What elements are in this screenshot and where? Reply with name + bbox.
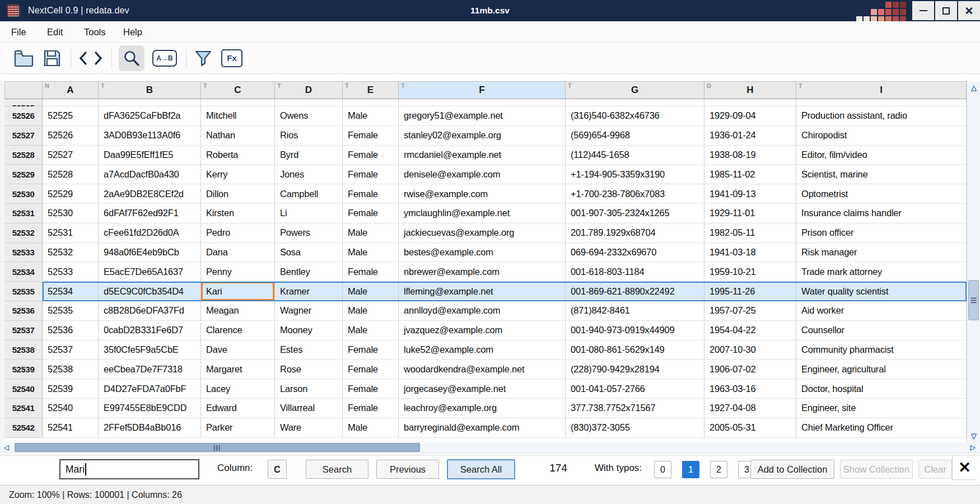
cell-H52536[interactable]: 1957-07-25 xyxy=(704,301,796,321)
cell-A52531[interactable]: 52530 xyxy=(43,204,99,223)
cell-G52533[interactable]: 069-694-2332x69670 xyxy=(566,243,704,263)
cell-E52531[interactable]: Female xyxy=(343,204,399,223)
cell-I52535[interactable]: Water quality scientist xyxy=(796,282,967,301)
cell-G52529[interactable]: +1-194-905-3359x3190 xyxy=(566,165,704,184)
cell-F52530[interactable]: rwise@example.com xyxy=(399,184,566,204)
clear-button[interactable]: Clear xyxy=(918,460,952,479)
cell-E52538[interactable]: Female xyxy=(343,340,399,360)
cell-partial[interactable] xyxy=(275,99,343,106)
cell-E52541[interactable]: Female xyxy=(343,399,399,418)
cell-I52539[interactable]: Engineer, agricultural xyxy=(796,360,967,379)
search-input[interactable]: Mari xyxy=(59,459,199,479)
cell-E52534[interactable]: Female xyxy=(343,262,399,282)
cell-G52539[interactable]: (228)790-9429x28194 xyxy=(566,360,704,379)
cell-D52538[interactable]: Estes xyxy=(275,340,343,360)
cell-B52530[interactable]: 2aAe9DB2E8CEf2d xyxy=(99,184,201,204)
cell-partial[interactable] xyxy=(99,99,201,106)
cell-C52528[interactable]: Roberta xyxy=(201,146,275,165)
cell-D52540[interactable]: Larson xyxy=(275,379,343,399)
cell-I52528[interactable]: Editor, film/video xyxy=(796,146,967,165)
cell-D52533[interactable]: Sosa xyxy=(275,243,343,263)
cell-B52540[interactable]: D4D27eFDA7a0FbF xyxy=(99,379,201,399)
cell-A52534[interactable]: 52533 xyxy=(43,262,99,282)
cell-G52536[interactable]: (871)842-8461 xyxy=(566,301,704,321)
cell-D52539[interactable]: Rose xyxy=(275,360,343,379)
cell-G52526[interactable]: (316)540-6382x46736 xyxy=(566,106,704,126)
cell-B52542[interactable]: 2FFef5DB4aBb016 xyxy=(99,418,201,438)
cell-I52542[interactable]: Chief Marketing Officer xyxy=(796,418,967,438)
cell-F52531[interactable]: ymclaughlin@example.net xyxy=(399,204,566,223)
cell-B52531[interactable]: 6dFAf7F62ed92F1 xyxy=(99,204,201,223)
scroll-left-icon[interactable]: ◁ xyxy=(4,442,9,453)
cell-F52529[interactable]: denisele@example.com xyxy=(399,165,566,184)
cell-I52537[interactable]: Counsellor xyxy=(796,321,967,340)
cell-H52531[interactable]: 1929-11-01 xyxy=(704,204,796,223)
cell-A52527[interactable]: 52526 xyxy=(43,126,99,146)
cell-G52531[interactable]: 001-907-305-2324x1265 xyxy=(566,204,704,223)
add-to-collection-button[interactable]: Add to Collection xyxy=(750,460,834,479)
cell-H52527[interactable]: 1936-01-24 xyxy=(704,126,796,146)
cell-partial[interactable] xyxy=(399,99,566,106)
column-header-A[interactable]: NA xyxy=(43,81,99,99)
cell-A52528[interactable]: 52527 xyxy=(43,146,99,165)
row-number[interactable]: 52541 xyxy=(4,399,43,418)
vertical-scrollbar-thumb[interactable]: ☰ xyxy=(968,280,979,320)
cell-partial[interactable] xyxy=(796,99,967,106)
cell-H52542[interactable]: 2005-05-31 xyxy=(704,418,796,438)
maximize-button[interactable] xyxy=(935,1,957,20)
cell-A52529[interactable]: 52528 xyxy=(43,165,99,184)
column-header-E[interactable]: TE xyxy=(343,81,399,99)
cell-D52541[interactable]: Villarreal xyxy=(275,399,343,418)
cell-H52538[interactable]: 2007-10-30 xyxy=(704,340,796,360)
cell-E52528[interactable]: Female xyxy=(343,146,399,165)
cell-B52533[interactable]: 948a0f6E4eb9bCb xyxy=(99,243,201,263)
cell-H52533[interactable]: 1941-03-18 xyxy=(704,243,796,263)
row-number[interactable]: 52539 xyxy=(4,360,43,379)
cell-C52540[interactable]: Lacey xyxy=(201,379,275,399)
row-number[interactable]: 52530 xyxy=(4,184,43,204)
cell-F52538[interactable]: luke52@example.com xyxy=(399,340,566,360)
cell-D52526[interactable]: Owens xyxy=(275,106,343,126)
row-number[interactable]: 52532 xyxy=(4,223,43,243)
cell-I52531[interactable]: Insurance claims handler xyxy=(796,204,967,223)
column-header-D[interactable]: TD xyxy=(275,81,343,99)
column-header-H[interactable]: DH xyxy=(704,81,796,99)
cell-G52532[interactable]: 201.789.1929x68704 xyxy=(566,223,704,243)
corner-cell[interactable] xyxy=(4,81,43,99)
row-number[interactable]: 52538 xyxy=(4,340,43,360)
menu-help[interactable]: Help xyxy=(120,21,146,43)
cell-D52530[interactable]: Campbell xyxy=(275,184,343,204)
cell-E52536[interactable]: Male xyxy=(343,301,399,321)
cell-partial[interactable] xyxy=(566,99,704,106)
cell-A52539[interactable]: 52538 xyxy=(43,360,99,379)
cell-C52529[interactable]: Kerry xyxy=(201,165,275,184)
row-number[interactable]: 52533 xyxy=(4,243,43,263)
cell-G52538[interactable]: 001-080-861-5629x149 xyxy=(566,340,704,360)
cell-C52541[interactable]: Edward xyxy=(201,399,275,418)
cell-B52537[interactable]: 0cabD2B331Fe6D7 xyxy=(99,321,201,340)
cell-B52536[interactable]: c8B28D6eDFA37Fd xyxy=(99,301,201,321)
column-select-button[interactable]: C xyxy=(268,460,287,479)
column-header-C[interactable]: TC xyxy=(201,81,275,99)
cell-H52541[interactable]: 1927-04-08 xyxy=(704,399,796,418)
cell-E52535[interactable]: Male xyxy=(343,282,399,301)
cell-D52534[interactable]: Bentley xyxy=(275,262,343,282)
cell-H52528[interactable]: 1938-08-19 xyxy=(704,146,796,165)
cell-H52534[interactable]: 1959-10-21 xyxy=(704,262,796,282)
cell-D52528[interactable]: Byrd xyxy=(275,146,343,165)
cell-I52536[interactable]: Aid worker xyxy=(796,301,967,321)
row-number[interactable]: 52526 xyxy=(4,106,43,126)
cell-partial[interactable] xyxy=(43,99,99,106)
cell-C52539[interactable]: Margaret xyxy=(201,360,275,379)
cell-I52538[interactable]: Community pharmacist xyxy=(796,340,967,360)
cell-A52536[interactable]: 52535 xyxy=(43,301,99,321)
cell-D52535[interactable]: Kramer xyxy=(275,282,343,301)
cell-partial[interactable] xyxy=(704,99,796,106)
cell-A52540[interactable]: 52539 xyxy=(43,379,99,399)
cell-E52532[interactable]: Male xyxy=(343,223,399,243)
cell-F52540[interactable]: jorgecasey@example.net xyxy=(399,379,566,399)
cell-A52537[interactable]: 52536 xyxy=(43,321,99,340)
column-header-B[interactable]: TB xyxy=(99,81,201,99)
cell-E52526[interactable]: Male xyxy=(343,106,399,126)
cell-F52537[interactable]: jvazquez@example.com xyxy=(399,321,566,340)
